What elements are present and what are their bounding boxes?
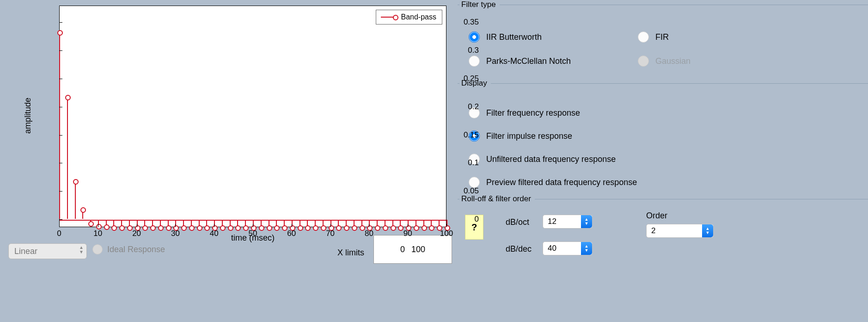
stem-marker — [361, 220, 362, 227]
stem-marker — [168, 220, 169, 227]
stepper-icon: ▲▼ — [581, 242, 592, 255]
stem-marker — [315, 220, 316, 227]
stem-marker — [183, 220, 184, 227]
stem-marker — [160, 220, 161, 227]
y-tick-label: 0.2 — [446, 102, 479, 111]
stem-marker — [230, 220, 231, 227]
chart-plot-area: Band-pass — [59, 6, 446, 227]
db-oct-label: dB/oct — [506, 217, 529, 227]
stem-marker — [144, 220, 145, 227]
xlimits-input[interactable]: 0 100 — [373, 235, 452, 264]
y-tick-label: 0.3 — [446, 46, 479, 55]
stem-marker — [206, 220, 207, 227]
display-preview[interactable]: Preview filtered data frequency response — [469, 177, 637, 188]
stem-marker — [377, 220, 378, 227]
filter-type-gaussian-label: Gaussian — [655, 56, 691, 66]
ideal-response-label: Ideal Response — [107, 245, 165, 254]
stem-marker — [300, 220, 300, 227]
stem-marker — [90, 220, 91, 223]
stem-marker — [431, 220, 432, 227]
display-unfiltered-label: Unfiltered data frequency response — [486, 155, 616, 164]
scale-select[interactable]: Linear ▲▼ — [8, 243, 87, 259]
x-tick-label: 10 — [93, 229, 102, 238]
stem-marker — [400, 220, 401, 227]
display-unfiltered[interactable]: Unfiltered data frequency response — [469, 154, 616, 165]
stem-marker — [338, 220, 339, 227]
stem-marker — [385, 220, 385, 227]
y-tick-label: 0 — [446, 215, 479, 224]
display-impulse[interactable]: Filter impulse response — [469, 130, 572, 142]
stem-marker — [323, 220, 324, 227]
radio-icon — [469, 56, 480, 67]
filter-type-pm[interactable]: Parks-McClellan Notch — [469, 56, 571, 67]
filter-type-gaussian: Gaussian — [638, 56, 691, 67]
db-dec-value: 40 — [548, 244, 556, 253]
db-dec-select[interactable]: 40 ▲▼ — [543, 242, 593, 255]
stem-marker — [75, 183, 76, 219]
filter-type-legend: Filter type — [459, 0, 500, 9]
order-label: Order — [646, 211, 667, 221]
stem-marker — [67, 99, 68, 219]
y-tick-label: 0.1 — [446, 158, 479, 167]
display-preview-label: Preview filtered data frequency response — [486, 178, 637, 187]
stem-marker — [354, 220, 355, 227]
x-tick-label: 0 — [57, 229, 61, 238]
y-tick-label: 0.15 — [446, 130, 479, 140]
stem-marker — [113, 220, 114, 227]
x-tick-label: 100 — [440, 229, 453, 238]
db-dec-label: dB/dec — [506, 244, 532, 254]
stem-marker — [346, 220, 347, 227]
stem-marker — [439, 220, 440, 227]
stem-marker — [191, 220, 192, 227]
chart-legend: Band-pass — [376, 10, 443, 25]
stem-marker — [307, 220, 308, 227]
radio-selected-icon — [469, 31, 480, 43]
stem-marker — [121, 220, 122, 227]
display-freq-label: Filter frequency response — [486, 108, 580, 118]
stem-marker — [237, 220, 238, 227]
xlimits-label: X limits — [337, 248, 364, 258]
x-tick-label: 20 — [132, 229, 141, 238]
stem-marker — [423, 220, 424, 227]
x-tick-label: 70 — [326, 229, 335, 238]
display-group: Display Filter frequency response Filter… — [458, 79, 868, 192]
stem-marker — [416, 220, 416, 227]
ideal-response-radio — [92, 244, 103, 254]
order-value: 2 — [651, 226, 655, 235]
y-axis-label: amplitude — [23, 98, 33, 134]
legend-line-icon — [381, 17, 397, 18]
filter-type-iir[interactable]: IIR Butterworth — [469, 31, 542, 43]
db-oct-value: 12 — [548, 217, 556, 226]
filter-type-fir[interactable]: FIR — [638, 31, 669, 43]
x-tick-label: 40 — [210, 229, 219, 238]
y-tick-label: 0.35 — [446, 18, 479, 27]
stem-marker — [269, 220, 269, 227]
xlimits-lo: 0 — [400, 245, 405, 254]
stepper-icon: ▲▼ — [702, 224, 713, 237]
stem-marker — [245, 220, 246, 227]
x-tick-label: 50 — [249, 229, 257, 238]
db-oct-select[interactable]: 12 ▲▼ — [543, 215, 593, 229]
display-impulse-label: Filter impulse response — [486, 131, 572, 141]
y-tick-label: 0.25 — [446, 74, 479, 83]
display-freq[interactable]: Filter frequency response — [469, 107, 580, 118]
x-tick-label: 80 — [365, 229, 373, 238]
stem-marker — [82, 211, 83, 219]
radio-disabled-icon — [638, 56, 649, 67]
stepper-icon: ▲▼ — [581, 215, 592, 228]
order-select[interactable]: 2 ▲▼ — [646, 224, 714, 238]
legend-label: Band-pass — [401, 13, 437, 21]
stem-marker — [199, 220, 200, 227]
filter-type-group: Filter type IIR Butterworth FIR Parks-Mc… — [458, 0, 868, 74]
stem-marker — [222, 220, 223, 227]
filter-type-fir-label: FIR — [655, 32, 669, 42]
xlimits-hi: 100 — [411, 245, 425, 254]
stem-marker — [129, 220, 130, 227]
stem-marker — [152, 220, 153, 227]
scale-select-value: Linear — [14, 247, 37, 256]
filter-type-pm-label: Parks-McClellan Notch — [486, 56, 571, 66]
stem-marker — [106, 220, 107, 226]
stem-marker — [392, 220, 393, 227]
stepper-icon: ▲▼ — [79, 245, 84, 254]
stem-marker — [261, 220, 262, 227]
